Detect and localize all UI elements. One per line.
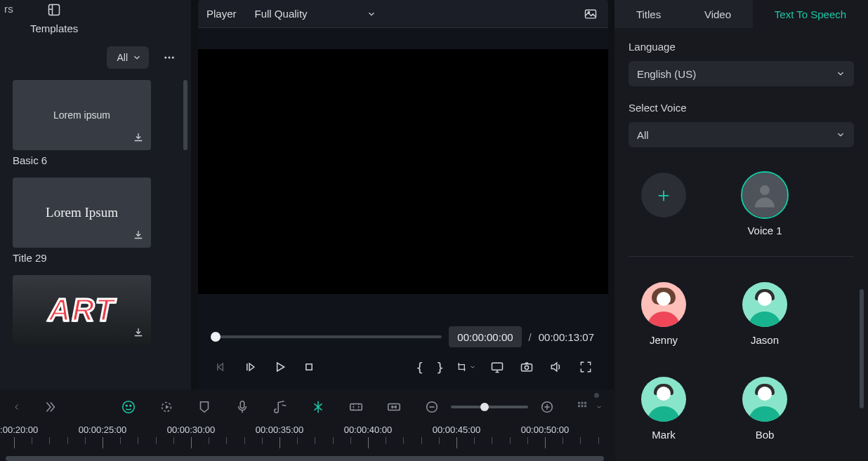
custom-voice-grid: ＋ Voice 1	[629, 163, 854, 236]
asset-card[interactable]: Lorem ipsum	[13, 80, 151, 150]
timeline-expand-button[interactable]	[41, 398, 59, 416]
ruler-minor-tick	[173, 437, 174, 444]
mark-in-button[interactable]: {	[416, 360, 423, 375]
crop-dropdown[interactable]	[456, 361, 476, 373]
inspector-scrollbar[interactable]	[860, 289, 864, 408]
ruler-label: 00:00:50:00	[521, 425, 570, 435]
svg-point-12	[126, 405, 127, 406]
voice-avatar	[742, 377, 787, 422]
stop-button[interactable]	[301, 359, 317, 375]
tab-text-to-speech[interactable]: Text To Speech	[753, 0, 868, 28]
timeline-fit-button[interactable]	[385, 398, 403, 416]
svg-point-3	[172, 57, 174, 59]
svg-point-13	[130, 405, 131, 406]
player-viewport[interactable]	[198, 49, 608, 294]
ruler-minor-tick	[138, 437, 138, 444]
nav-item-templates[interactable]: Templates	[30, 3, 78, 34]
voice-item[interactable]: Jason	[730, 282, 800, 346]
timeline-ruler[interactable]: 00:00:20:0000:00:25:0000:00:30:0000:00:3…	[0, 425, 615, 437]
play-button[interactable]	[271, 359, 288, 375]
timeline-toolbar	[0, 389, 615, 425]
assets-more-button[interactable]	[157, 46, 181, 69]
svg-rect-8	[522, 364, 532, 371]
timeline-corner-scroll[interactable]	[594, 393, 599, 398]
voice-item[interactable]: Mark	[629, 377, 699, 441]
ruler-major-tick	[14, 437, 15, 448]
mark-out-button[interactable]: }	[436, 360, 444, 375]
chevrons-right-icon	[42, 399, 58, 415]
timeline-cut-button[interactable]	[309, 398, 327, 416]
tab-titles[interactable]: Titles	[614, 0, 683, 28]
svg-point-11	[123, 401, 135, 413]
timeline-audio-detach-button[interactable]	[271, 398, 289, 416]
player-panel: Player Full Quality 00:00:00:00 / 00:00:…	[198, 0, 608, 389]
custom-voice-item[interactable]: Voice 1	[730, 173, 800, 236]
plus-icon: ＋	[654, 182, 673, 208]
timeline-speed-button[interactable]	[347, 398, 365, 416]
download-button[interactable]	[130, 227, 147, 243]
player-title: Player	[206, 8, 237, 20]
assets-list: Lorem ipsumBasic 6Lorem IpsumTitle 29ART	[0, 73, 191, 389]
ruler-major-tick	[545, 437, 546, 448]
svg-rect-25	[584, 405, 586, 407]
plus-circle: ＋	[641, 173, 686, 218]
fullscreen-button[interactable]	[577, 359, 594, 375]
ruler-minor-tick	[32, 437, 32, 444]
razor-icon	[310, 399, 326, 415]
play-forward-button[interactable]	[242, 359, 258, 375]
language-dropdown[interactable]: English (US)	[629, 61, 854, 86]
timeline-marker-button[interactable]	[195, 398, 213, 416]
nav-item-prev-cut[interactable]: rs	[4, 3, 13, 15]
player-button-row: { }	[212, 359, 594, 375]
ruler-label: 00:00:25:00	[79, 425, 127, 435]
voice-avatar	[641, 377, 686, 422]
play-icon	[272, 360, 287, 374]
camera-button[interactable]	[518, 359, 535, 375]
timeline-ai-button[interactable]	[119, 398, 138, 416]
player-controls: 00:00:00:00 / 00:00:13:07 { }	[198, 315, 608, 389]
zoom-in-button[interactable]	[538, 398, 556, 416]
timeline-h-scrollbar[interactable]	[0, 456, 610, 461]
voice-filter-dropdown[interactable]: All	[629, 122, 854, 147]
asset-card[interactable]: Lorem Ipsum	[13, 178, 151, 248]
prev-frame-button[interactable]	[212, 359, 229, 375]
nav-item-prev-cut-label: rs	[4, 3, 13, 15]
timeline-motion-button[interactable]	[157, 398, 176, 416]
svg-rect-15	[240, 401, 244, 408]
timeline-mic-button[interactable]	[233, 398, 251, 416]
player-quality-value: Full Quality	[255, 8, 308, 20]
timeline-prev-button[interactable]	[13, 398, 21, 416]
ruler-minor-tick	[49, 437, 50, 444]
zoom-slider[interactable]	[451, 406, 528, 408]
display-button[interactable]	[489, 359, 506, 375]
voice-item[interactable]: Bob	[730, 377, 800, 441]
asset-card[interactable]: ART	[13, 275, 151, 345]
ruler-major-tick	[103, 437, 103, 448]
zoom-slider-knob[interactable]	[480, 403, 489, 411]
tab-video[interactable]: Video	[683, 0, 753, 28]
ruler-minor-tick	[563, 437, 563, 444]
nav-item-templates-label: Templates	[30, 22, 78, 34]
chevron-down-icon	[469, 363, 476, 370]
ruler-minor-tick	[350, 437, 351, 444]
zoom-out-button[interactable]	[423, 398, 441, 416]
ruler-minor-tick	[474, 437, 475, 444]
volume-button[interactable]	[548, 359, 565, 375]
timeline-view-mode[interactable]	[576, 399, 603, 415]
assets-panel: rs Templates All Lorem ipsumBasic 6Lorem…	[0, 0, 191, 389]
assets-scrollbar[interactable]	[183, 80, 188, 150]
player-scrub-knob[interactable]	[211, 332, 221, 342]
assets-filter-dropdown[interactable]: All	[107, 46, 149, 69]
player-scrub-track[interactable]	[212, 335, 442, 338]
add-voice-button[interactable]: ＋	[629, 173, 699, 236]
voice-item[interactable]: Jenny	[629, 282, 699, 346]
player-quality-dropdown[interactable]: Full Quality	[249, 4, 382, 25]
ruler-label: 00:00:45:00	[433, 425, 481, 435]
download-button[interactable]	[130, 324, 147, 341]
ruler-major-tick	[280, 437, 280, 448]
voice-filter-value: All	[637, 129, 649, 141]
player-snapshot-button[interactable]	[581, 5, 600, 23]
voice-name: Mark	[652, 429, 675, 441]
download-button[interactable]	[130, 129, 147, 146]
tts-body: Language English (US) Select Voice All ＋…	[614, 28, 868, 461]
